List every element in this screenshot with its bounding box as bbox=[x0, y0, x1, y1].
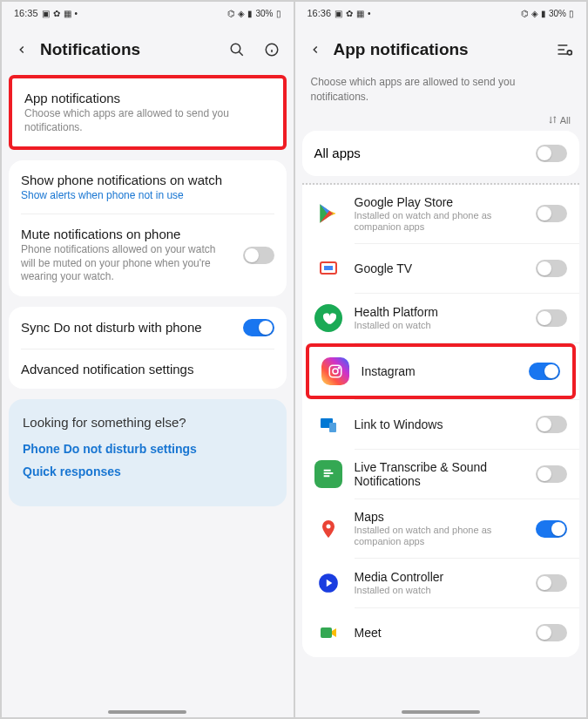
search-icon[interactable] bbox=[227, 40, 247, 59]
app-name: Instagram bbox=[362, 364, 517, 378]
meet-icon bbox=[314, 619, 342, 647]
mute-row[interactable]: Mute notifications on phone Phone notifi… bbox=[9, 214, 287, 296]
home-indicator[interactable] bbox=[402, 710, 480, 714]
instagram-icon bbox=[321, 357, 349, 385]
page-title: App notifications bbox=[334, 40, 540, 59]
sort-label: All bbox=[560, 115, 571, 125]
row-title: Mute notifications on phone bbox=[21, 227, 233, 241]
app-sub: Installed on watch bbox=[355, 320, 524, 331]
header: Notifications bbox=[2, 24, 294, 75]
row-sub: Choose which apps are allowed to send yo… bbox=[24, 107, 271, 134]
battery-icon: ▯ bbox=[276, 9, 281, 18]
sort-control[interactable]: All bbox=[295, 115, 587, 131]
app-toggle[interactable] bbox=[536, 520, 567, 538]
app-row-instagram[interactable]: Instagram bbox=[309, 347, 573, 396]
app-sub: Installed on watch and phone as companio… bbox=[355, 525, 524, 547]
page-title: Notifications bbox=[40, 40, 212, 59]
app-toggle[interactable] bbox=[536, 465, 567, 483]
health-icon bbox=[314, 304, 342, 332]
row-title: Sync Do not disturb with phone bbox=[21, 320, 233, 335]
sort-icon bbox=[548, 115, 558, 125]
google-tv-icon bbox=[314, 254, 342, 282]
status-time: 16:35 bbox=[14, 8, 38, 18]
dot-icon: • bbox=[75, 9, 78, 18]
row-title: Show phone notifications on watch bbox=[21, 173, 274, 187]
app-name: Meet bbox=[355, 626, 524, 640]
suggestions-card: Looking for something else? Phone Do not… bbox=[9, 399, 287, 506]
battery-percent: 30% bbox=[549, 9, 566, 18]
all-apps-label: All apps bbox=[314, 146, 361, 160]
status-bar: 16:36 ▣ ✿ ▦ • ⌬ ◈ ▮ 30% ▯ bbox=[295, 2, 587, 24]
app-row-google-tv[interactable]: Google TV bbox=[302, 244, 580, 293]
play-store-icon bbox=[314, 200, 342, 227]
app-list: Google Play Store Installed on watch and… bbox=[302, 185, 580, 658]
back-icon[interactable] bbox=[14, 42, 30, 58]
app-row-media-controller[interactable]: Media Controller Installed on watch bbox=[302, 559, 580, 607]
show-watch-row[interactable]: Show phone notifications on watch Show a… bbox=[9, 160, 287, 214]
all-apps-toggle[interactable] bbox=[536, 145, 567, 162]
app-name: Media Controller bbox=[355, 570, 524, 584]
wifi-icon: ◈ bbox=[238, 9, 245, 18]
link-windows-icon bbox=[314, 410, 342, 438]
suggestion-dnd[interactable]: Phone Do not disturb settings bbox=[23, 442, 273, 456]
app-row-health[interactable]: Health Platform Installed on watch bbox=[302, 294, 580, 343]
app-sub: Installed on watch bbox=[355, 585, 524, 596]
suggestion-quick[interactable]: Quick responses bbox=[23, 465, 273, 478]
bluetooth-icon: ⌬ bbox=[227, 9, 235, 18]
svg-rect-4 bbox=[324, 266, 333, 270]
transcribe-icon bbox=[314, 460, 342, 488]
filter-search-icon[interactable] bbox=[555, 40, 574, 59]
screen-notifications: 16:35 ▣ ✿ ▦ • ⌬ ◈ ▮ 30% ▯ Notifications bbox=[2, 2, 294, 717]
status-bar: 16:35 ▣ ✿ ▦ • ⌬ ◈ ▮ 30% ▯ bbox=[2, 2, 294, 24]
back-icon[interactable] bbox=[308, 42, 323, 58]
row-sub: Phone notifications allowed on your watc… bbox=[21, 243, 233, 284]
home-indicator[interactable] bbox=[108, 710, 186, 714]
gear-icon: ✿ bbox=[53, 9, 60, 18]
app-toggle[interactable] bbox=[536, 624, 567, 641]
app-name: Google Play Store bbox=[355, 195, 524, 209]
media-controller-icon bbox=[314, 569, 342, 597]
app-row-play-store[interactable]: Google Play Store Installed on watch and… bbox=[302, 185, 580, 243]
svg-point-6 bbox=[333, 369, 338, 374]
signal-icon: ▮ bbox=[247, 9, 253, 18]
calendar-icon: ▦ bbox=[356, 9, 364, 18]
sync-dnd-row[interactable]: Sync Do not disturb with phone bbox=[9, 307, 287, 349]
row-title: App notifications bbox=[24, 91, 271, 105]
settings-card: Sync Do not disturb with phone Advanced … bbox=[9, 307, 287, 389]
app-toggle[interactable] bbox=[536, 260, 567, 277]
app-name: Live Transcribe & Sound Notifications bbox=[355, 460, 524, 488]
app-toggle[interactable] bbox=[536, 416, 567, 433]
app-toggle[interactable] bbox=[536, 205, 567, 222]
battery-percent: 30% bbox=[255, 9, 273, 18]
maps-icon bbox=[314, 515, 342, 543]
svg-point-0 bbox=[231, 44, 240, 53]
app-toggle[interactable] bbox=[536, 309, 567, 327]
dot-icon: • bbox=[368, 9, 371, 18]
app-name: Health Platform bbox=[355, 305, 524, 319]
app-row-live-transcribe[interactable]: Live Transcribe & Sound Notifications bbox=[302, 450, 580, 499]
app-name: Link to Windows bbox=[355, 417, 524, 431]
app-toggle[interactable] bbox=[536, 574, 567, 592]
wifi-icon: ◈ bbox=[531, 9, 538, 18]
signal-icon: ▮ bbox=[541, 9, 546, 18]
sync-toggle[interactable] bbox=[243, 319, 274, 336]
mute-toggle[interactable] bbox=[243, 247, 274, 264]
app-name: Google TV bbox=[355, 261, 524, 275]
all-apps-row[interactable]: All apps bbox=[302, 131, 580, 176]
subheader: Choose which apps are allowed to send yo… bbox=[295, 75, 587, 115]
svg-rect-9 bbox=[329, 423, 336, 432]
battery-icon: ▯ bbox=[569, 9, 574, 18]
image-icon: ▣ bbox=[335, 9, 342, 18]
svg-point-7 bbox=[338, 367, 340, 369]
app-toggle[interactable] bbox=[529, 363, 560, 380]
app-notifications-row[interactable]: App notifications Choose which apps are … bbox=[9, 75, 287, 150]
info-icon[interactable] bbox=[262, 40, 281, 59]
row-sub-link[interactable]: Show alerts when phone not in use bbox=[21, 189, 274, 201]
app-row-meet[interactable]: Meet bbox=[302, 608, 580, 657]
advanced-row[interactable]: Advanced notification settings bbox=[9, 349, 287, 389]
instagram-highlight: Instagram bbox=[306, 343, 577, 399]
suggestions-title: Looking for something else? bbox=[23, 415, 273, 430]
app-row-link-windows[interactable]: Link to Windows bbox=[302, 400, 580, 449]
bluetooth-icon: ⌬ bbox=[521, 9, 529, 18]
app-row-maps[interactable]: Maps Installed on watch and phone as com… bbox=[302, 499, 580, 558]
